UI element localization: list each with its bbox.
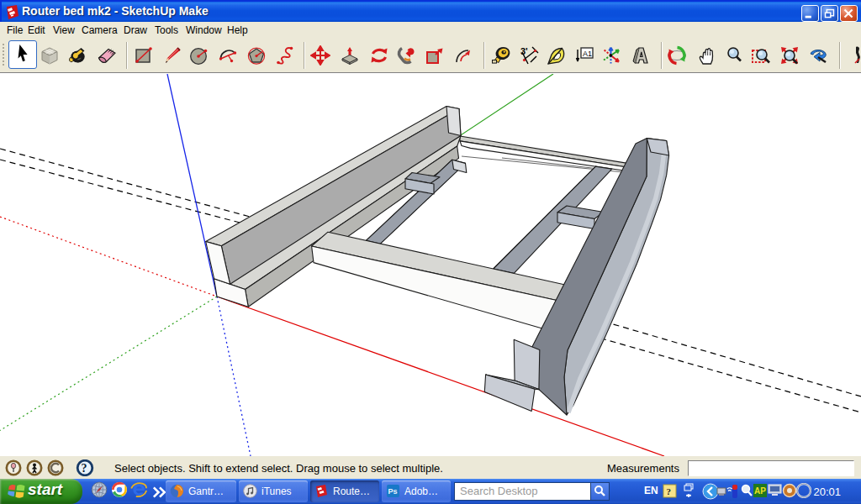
svg-text:3': 3' <box>520 46 528 56</box>
svg-text:Ps: Ps <box>388 487 398 496</box>
svg-text:AP: AP <box>754 486 766 496</box>
svg-text:?: ? <box>667 486 672 496</box>
svg-text:A1: A1 <box>583 50 592 58</box>
svg-text:?: ? <box>82 462 87 475</box>
